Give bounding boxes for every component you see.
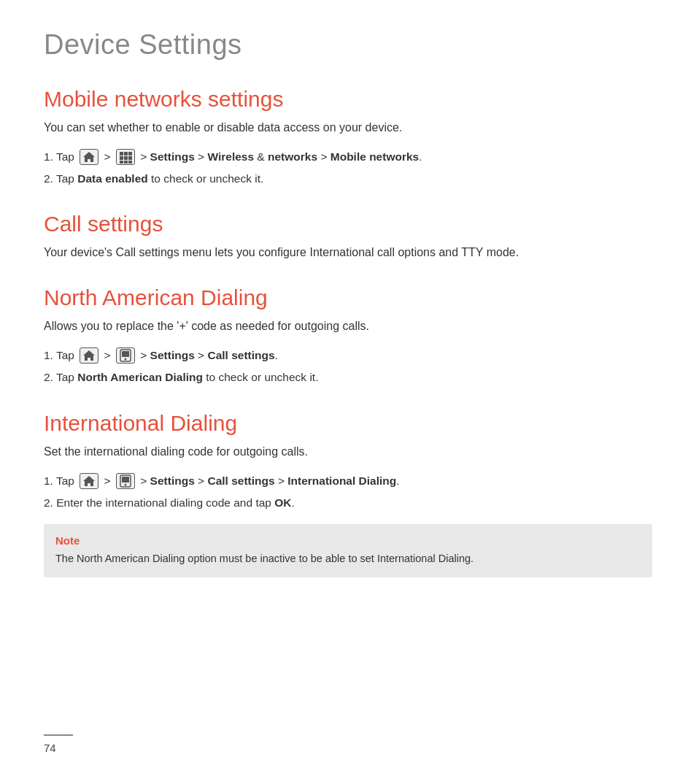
svg-rect-8: [128, 161, 132, 164]
svg-rect-4: [124, 156, 128, 160]
home-icon-2: [80, 347, 98, 364]
svg-rect-10: [122, 351, 129, 357]
step-number: 1. Tap: [44, 472, 77, 491]
svg-rect-7: [124, 161, 128, 164]
section-title-call-settings: Call settings: [44, 212, 652, 237]
svg-rect-3: [120, 156, 123, 160]
step-separator: >: [101, 147, 114, 166]
phone-icon: [116, 347, 135, 364]
home-icon: [80, 149, 98, 165]
note-box: Note The North American Dialing option m…: [44, 524, 652, 577]
step-1-north: 1. Tap > > Settings > Call settings.: [44, 346, 652, 365]
step-1-mobile: 1. Tap > >: [44, 147, 652, 166]
step-2-intl: 2. Enter the international dialing code …: [44, 493, 652, 512]
svg-rect-0: [120, 152, 123, 155]
step-text: > Settings > Wireless & networks > Mobil…: [137, 147, 422, 166]
svg-point-11: [124, 358, 126, 361]
svg-rect-6: [120, 161, 123, 164]
section-title-mobile-networks: Mobile networks settings: [44, 87, 652, 112]
section-desc-mobile-networks: You can set whether to enable or disable…: [44, 119, 652, 137]
step-text: 2. Tap Data enabled to check or uncheck …: [44, 169, 263, 188]
grid-icon: [116, 149, 135, 165]
svg-rect-5: [128, 156, 132, 160]
step-separator: >: [101, 472, 114, 491]
step-text: > Settings > Call settings > Internation…: [137, 472, 400, 491]
page-footer: 74: [44, 734, 73, 755]
svg-rect-1: [124, 152, 128, 155]
page-number: 74: [44, 742, 56, 754]
section-international-dialing: International Dialing Set the internatio…: [44, 411, 652, 577]
svg-rect-2: [128, 152, 132, 155]
note-text: The North American Dialing option must b…: [55, 551, 641, 567]
step-number: 1. Tap: [44, 147, 77, 166]
step-1-intl: 1. Tap > > Settings > Call settings > In…: [44, 472, 652, 491]
section-north-american-dialing: North American Dialing Allows you to rep…: [44, 285, 652, 387]
section-desc-call-settings: Your device's Call settings menu lets yo…: [44, 244, 652, 262]
page-container: Device Settings Mobile networks settings…: [0, 0, 696, 645]
section-title-north-american: North American Dialing: [44, 285, 652, 310]
step-2-north: 2. Tap North American Dialing to check o…: [44, 368, 652, 387]
footer-line: [44, 734, 73, 736]
step-text: > Settings > Call settings.: [137, 346, 278, 365]
section-call-settings: Call settings Your device's Call setting…: [44, 212, 652, 262]
section-desc-international: Set the international dialing code for o…: [44, 443, 652, 461]
section-desc-north-american: Allows you to replace the '+' code as ne…: [44, 318, 652, 336]
svg-rect-13: [122, 477, 129, 483]
section-mobile-networks: Mobile networks settings You can set whe…: [44, 87, 652, 188]
home-icon-3: [80, 473, 98, 489]
step-text: 2. Tap North American Dialing to check o…: [44, 368, 318, 387]
step-text: 2. Enter the international dialing code …: [44, 493, 295, 512]
section-title-international: International Dialing: [44, 411, 652, 436]
phone-icon-2: [116, 473, 135, 489]
step-separator: >: [101, 346, 114, 365]
svg-point-14: [124, 483, 126, 485]
note-title: Note: [55, 534, 641, 547]
step-2-mobile: 2. Tap Data enabled to check or uncheck …: [44, 169, 652, 188]
page-title: Device Settings: [44, 29, 652, 61]
step-number: 1. Tap: [44, 346, 77, 365]
